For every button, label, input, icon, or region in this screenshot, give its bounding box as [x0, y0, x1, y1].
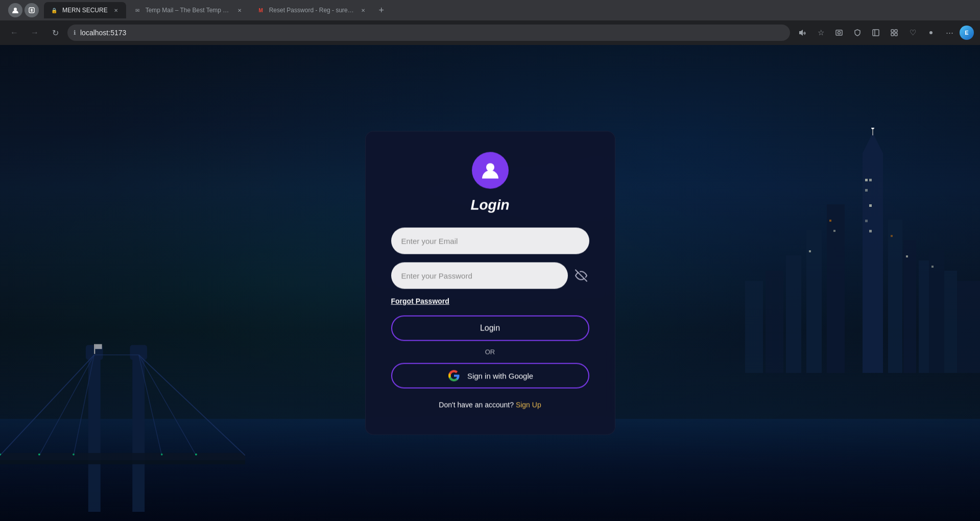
login-card: Login Forgot Password [365, 131, 615, 435]
google-signin-button[interactable]: Sign in with Google [391, 363, 589, 389]
svg-point-28 [73, 454, 75, 456]
tab-gmail[interactable]: M Reset Password - Reg - surendira... ✕ [251, 2, 373, 18]
svg-rect-17 [130, 345, 147, 360]
tab-tempmail-title: Temp Mail – The Best Temp Ema... [146, 7, 231, 14]
svg-rect-44 [827, 204, 845, 373]
svg-rect-34 [863, 153, 883, 373]
screenshot-button[interactable] [831, 25, 847, 41]
more-button[interactable]: ⋯ [941, 25, 958, 41]
back-button[interactable]: ← [6, 25, 22, 41]
tab-gmail-favicon: M [257, 6, 265, 14]
svg-rect-47 [903, 240, 916, 373]
reload-button[interactable]: ↻ [47, 25, 63, 41]
or-divider: OR [485, 348, 495, 356]
svg-rect-14 [88, 355, 101, 512]
svg-rect-43 [869, 230, 872, 232]
svg-line-22 [139, 355, 245, 456]
svg-rect-46 [888, 220, 902, 373]
read-aloud-button[interactable] [794, 25, 810, 41]
login-button[interactable]: Login [391, 316, 589, 341]
tab-tempmail-close[interactable]: ✕ [235, 6, 244, 14]
svg-rect-12 [895, 33, 897, 36]
login-card-wrapper: Login Forgot Password [365, 131, 615, 435]
svg-rect-57 [809, 250, 811, 252]
address-bar-row: ← → ↻ ℹ localhost:5173 ☆ ♡ [0, 20, 980, 45]
forgot-password-button[interactable]: Forgot Password [391, 297, 449, 305]
tab-tempmail-favicon: ✉ [133, 6, 141, 14]
forward-button[interactable]: → [27, 25, 43, 41]
tab-mern-title: MERN SECURE [62, 7, 108, 14]
svg-rect-59 [906, 255, 908, 257]
svg-rect-50 [944, 271, 957, 373]
svg-rect-42 [865, 220, 868, 222]
svg-rect-18 [0, 453, 245, 460]
browser-chrome: 🔒 MERN SECURE ✕ ✉ Temp Mail – The Best T… [0, 0, 980, 45]
svg-rect-10 [895, 30, 897, 32]
svg-marker-35 [863, 133, 883, 153]
svg-rect-40 [865, 189, 868, 192]
email-field[interactable] [391, 228, 589, 254]
svg-rect-39 [869, 179, 872, 181]
tab-gmail-title: Reset Password - Reg - surendira... [269, 7, 355, 14]
google-signin-label: Sign in with Google [467, 371, 533, 380]
copilot-button[interactable] [923, 25, 939, 41]
security-icon: ℹ [74, 29, 76, 36]
signup-prompt-text: Don't have an account? [439, 401, 514, 409]
login-title: Login [470, 197, 509, 214]
city-skyline [674, 128, 980, 434]
toggle-password-visibility-button[interactable] [573, 268, 589, 284]
svg-rect-45 [806, 230, 822, 373]
svg-point-30 [195, 454, 197, 456]
browser-shield-button[interactable] [849, 25, 866, 41]
tab-gmail-close[interactable]: ✕ [359, 6, 367, 14]
password-input-wrapper [391, 263, 589, 289]
svg-rect-7 [873, 30, 879, 36]
tab-mern[interactable]: 🔒 MERN SECURE ✕ [44, 2, 126, 18]
address-text: localhost:5173 [80, 29, 784, 37]
svg-rect-15 [132, 355, 145, 512]
svg-rect-60 [931, 266, 934, 268]
svg-rect-48 [919, 260, 929, 373]
google-icon [447, 369, 461, 383]
svg-rect-56 [833, 230, 835, 232]
tab-mern-close[interactable]: ✕ [112, 6, 120, 14]
svg-rect-49 [929, 250, 944, 373]
avatar [472, 152, 509, 189]
svg-rect-52 [786, 255, 801, 373]
svg-rect-53 [766, 271, 783, 373]
svg-rect-11 [891, 33, 894, 36]
toolbar-icons: ☆ ♡ ⋯ E [794, 25, 974, 41]
svg-rect-5 [836, 30, 842, 35]
user-icon [480, 160, 500, 181]
svg-rect-51 [957, 281, 980, 373]
page-content: Login Forgot Password [0, 45, 980, 521]
favorites-bar-button[interactable]: ♡ [904, 25, 921, 41]
tab-bar: 🔒 MERN SECURE ✕ ✉ Temp Mail – The Best T… [0, 0, 980, 20]
bridge-svg-left [0, 306, 245, 521]
svg-rect-41 [869, 204, 872, 207]
svg-point-13 [929, 31, 933, 34]
password-field[interactable] [391, 263, 568, 289]
svg-rect-55 [829, 220, 831, 222]
browser-tab-strip-button[interactable] [25, 3, 39, 17]
browser-left-controls [4, 3, 43, 17]
favorites-button[interactable]: ☆ [812, 25, 829, 41]
svg-rect-54 [745, 281, 763, 373]
svg-point-29 [161, 454, 163, 456]
svg-rect-9 [891, 30, 894, 32]
browser-profile-button[interactable] [8, 3, 22, 17]
email-input-wrapper [391, 228, 589, 254]
sidebar-button[interactable] [868, 25, 884, 41]
signup-link[interactable]: Sign Up [516, 401, 541, 409]
collections-button[interactable] [886, 25, 902, 41]
edge-profile-button[interactable]: E [960, 26, 974, 40]
svg-point-27 [38, 454, 40, 456]
svg-point-61 [486, 163, 494, 172]
tab-tempmail[interactable]: ✉ Temp Mail – The Best Temp Ema... ✕ [127, 2, 250, 18]
svg-point-37 [871, 128, 874, 129]
svg-rect-38 [865, 179, 868, 181]
address-bar[interactable]: ℹ localhost:5173 [67, 25, 790, 41]
new-tab-button[interactable]: + [374, 3, 389, 17]
svg-point-6 [838, 32, 841, 34]
svg-rect-32 [95, 344, 102, 349]
